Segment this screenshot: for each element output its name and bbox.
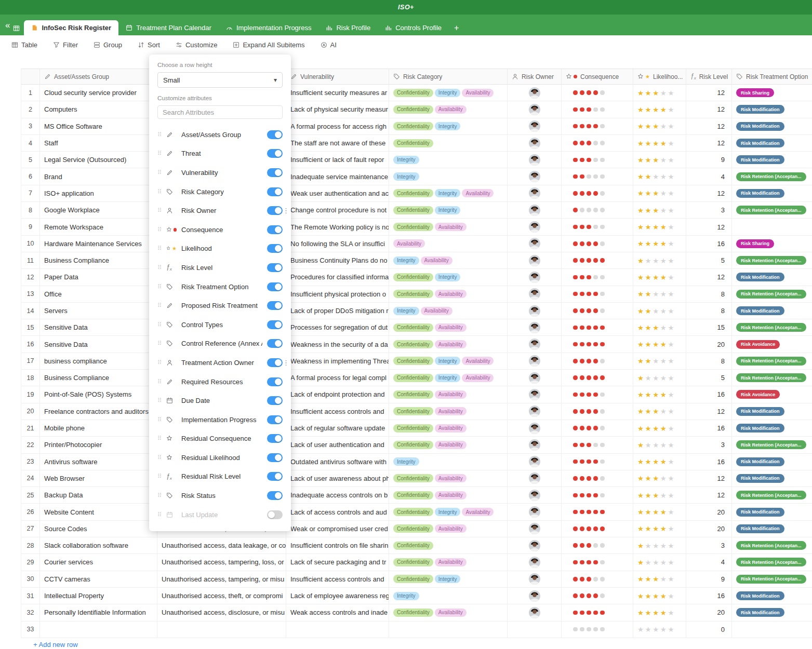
avatar[interactable] bbox=[529, 372, 540, 384]
risk-category-badge[interactable]: Confidentiality bbox=[393, 558, 433, 566]
risk-category-badge[interactable]: Integrity bbox=[435, 89, 461, 97]
risk-treatment-cell[interactable]: Risk Retention (Acceptan... bbox=[732, 202, 812, 219]
asset-cell[interactable]: Sensitive Data bbox=[40, 319, 157, 336]
consequence-cell[interactable] bbox=[562, 521, 633, 537]
column-header-treatment[interactable]: Risk Treatment Option bbox=[732, 69, 812, 85]
risk-owner-cell[interactable] bbox=[508, 252, 562, 269]
consequence-cell[interactable] bbox=[562, 487, 633, 504]
vulnerability-cell[interactable]: Lack of secure packaging and tr bbox=[286, 554, 389, 571]
risk-treatment-badge[interactable]: Risk Modification bbox=[736, 608, 784, 617]
consequence-cell[interactable] bbox=[562, 554, 633, 571]
vulnerability-cell[interactable]: Lack of physical security measur bbox=[286, 101, 389, 118]
risk-owner-cell[interactable] bbox=[508, 386, 562, 403]
attribute-toggle[interactable] bbox=[267, 491, 283, 500]
asset-cell[interactable]: Hardware Maintenance Services bbox=[40, 236, 157, 252]
risk-category-badge[interactable]: Confidentiality bbox=[393, 575, 433, 583]
risk-category-cell[interactable] bbox=[389, 621, 508, 638]
avatar[interactable] bbox=[529, 272, 540, 283]
risk-category-badge[interactable]: Confidentiality bbox=[393, 139, 433, 147]
attribute-toggle[interactable] bbox=[267, 149, 283, 158]
risk-category-badge[interactable]: Availability bbox=[462, 357, 494, 365]
avatar[interactable] bbox=[529, 205, 540, 216]
asset-cell[interactable]: Personally Identifiable Information bbox=[40, 604, 157, 621]
risk-category-cell[interactable]: Integrity bbox=[389, 152, 508, 168]
asset-cell[interactable]: Staff bbox=[40, 135, 157, 152]
avatar[interactable] bbox=[529, 120, 540, 132]
risk-category-badge[interactable]: Integrity bbox=[393, 457, 419, 466]
drag-handle-icon[interactable]: ⠿ bbox=[157, 359, 162, 366]
attribute-toggle[interactable] bbox=[267, 510, 283, 519]
attribute-toggle[interactable] bbox=[267, 434, 283, 443]
vulnerability-cell[interactable]: The Remote Working policy is no bbox=[286, 219, 389, 235]
risk-treatment-cell[interactable]: Risk Modification bbox=[732, 152, 812, 168]
risk-category-cell[interactable]: Confidentiality bbox=[389, 537, 508, 554]
asset-cell[interactable]: Paper Data bbox=[40, 269, 157, 286]
asset-cell[interactable]: Computers bbox=[40, 101, 157, 118]
attribute-toggle[interactable] bbox=[267, 320, 283, 329]
asset-cell[interactable]: Courier services bbox=[40, 554, 157, 571]
risk-treatment-cell[interactable]: Risk Modification bbox=[732, 521, 812, 537]
risk-treatment-badge[interactable]: Risk Retention (Acceptan... bbox=[736, 575, 806, 584]
drag-handle-icon[interactable]: ⠿ bbox=[157, 321, 162, 328]
risk-treatment-cell[interactable]: Risk Retention (Acceptan... bbox=[732, 168, 812, 185]
risk-treatment-badge[interactable]: Risk Modification bbox=[736, 591, 784, 600]
avatar[interactable] bbox=[529, 573, 540, 585]
risk-category-cell[interactable]: ConfidentialityIntegrityAvailability bbox=[389, 185, 508, 202]
consequence-cell[interactable] bbox=[562, 152, 633, 168]
risk-owner-cell[interactable] bbox=[508, 185, 562, 202]
risk-category-cell[interactable]: ConfidentialityIntegrity bbox=[389, 118, 508, 135]
avatar[interactable] bbox=[529, 87, 540, 99]
risk-category-badge[interactable]: Availability bbox=[421, 307, 452, 315]
risk-category-cell[interactable]: ConfidentialityAvailability bbox=[389, 386, 508, 403]
risk-category-cell[interactable]: ConfidentialityAvailability bbox=[389, 319, 508, 336]
risk-category-badge[interactable]: Availability bbox=[462, 89, 494, 97]
drag-handle-icon[interactable]: ⠿ bbox=[157, 435, 162, 442]
risk-category-badge[interactable]: Integrity bbox=[393, 592, 419, 600]
consequence-cell[interactable] bbox=[562, 571, 633, 588]
consequence-cell[interactable] bbox=[562, 454, 633, 470]
threat-cell[interactable]: Unauthorised access, tampering, loss, or bbox=[157, 554, 286, 571]
risk-category-cell[interactable]: ConfidentialityAvailability bbox=[389, 336, 508, 353]
likelihood-cell[interactable]: ★★★★★ bbox=[633, 303, 686, 319]
column-header-likelihood[interactable]: ★Likelihoo... bbox=[633, 69, 686, 85]
avatar[interactable] bbox=[529, 540, 540, 551]
asset-cell[interactable]: MS Office Software bbox=[40, 118, 157, 135]
consequence-cell[interactable] bbox=[562, 202, 633, 219]
risk-owner-cell[interactable] bbox=[508, 370, 562, 386]
column-header-vulnerability[interactable]: Vulnerability bbox=[286, 69, 389, 85]
risk-owner-cell[interactable] bbox=[508, 588, 562, 604]
drag-handle-icon[interactable]: ⠿ bbox=[157, 226, 162, 233]
vulnerability-cell[interactable]: Lack of endpoint protection and bbox=[286, 386, 389, 403]
vulnerability-cell[interactable]: The staff are not aware of these bbox=[286, 135, 389, 152]
risk-category-cell[interactable]: ConfidentialityAvailability bbox=[389, 101, 508, 118]
risk-category-badge[interactable]: Integrity bbox=[435, 575, 461, 583]
attribute-toggle[interactable] bbox=[267, 282, 283, 291]
consequence-cell[interactable] bbox=[562, 252, 633, 269]
consequence-cell[interactable] bbox=[562, 470, 633, 487]
risk-category-cell[interactable]: ConfidentialityAvailability bbox=[389, 604, 508, 621]
avatar[interactable] bbox=[529, 255, 540, 266]
risk-treatment-cell[interactable]: Risk Modification bbox=[732, 504, 812, 520]
consequence-cell[interactable] bbox=[562, 604, 633, 621]
risk-treatment-badge[interactable]: Risk Retention (Acceptan... bbox=[736, 206, 806, 214]
add-tab-button[interactable]: + bbox=[449, 20, 464, 35]
vulnerability-cell[interactable]: Weak or compromised user cred bbox=[286, 521, 389, 537]
consequence-cell[interactable] bbox=[562, 135, 633, 152]
asset-cell[interactable]: Remote Workspace bbox=[40, 219, 157, 235]
consequence-cell[interactable] bbox=[562, 370, 633, 386]
avatar[interactable] bbox=[529, 506, 540, 518]
avatar[interactable] bbox=[529, 138, 540, 149]
likelihood-cell[interactable]: ★★★★★ bbox=[633, 487, 686, 504]
tab-treatment-plan-calendar[interactable]: Treatment Plan Calendar bbox=[118, 20, 219, 35]
risk-owner-cell[interactable] bbox=[508, 135, 562, 152]
risk-treatment-badge[interactable]: Risk Modification bbox=[736, 508, 784, 517]
risk-treatment-cell[interactable]: Risk Modification bbox=[732, 420, 812, 437]
risk-owner-cell[interactable] bbox=[508, 303, 562, 319]
attribute-toggle[interactable] bbox=[267, 225, 283, 234]
column-header-asset[interactable]: Asset/Assets Group bbox=[40, 69, 157, 85]
consequence-cell[interactable] bbox=[562, 101, 633, 118]
risk-treatment-badge[interactable]: Risk Sharing bbox=[736, 88, 774, 97]
risk-category-badge[interactable]: Confidentiality bbox=[393, 524, 433, 533]
consequence-cell[interactable] bbox=[562, 403, 633, 420]
asset-cell[interactable]: Sensitive Data bbox=[40, 336, 157, 353]
